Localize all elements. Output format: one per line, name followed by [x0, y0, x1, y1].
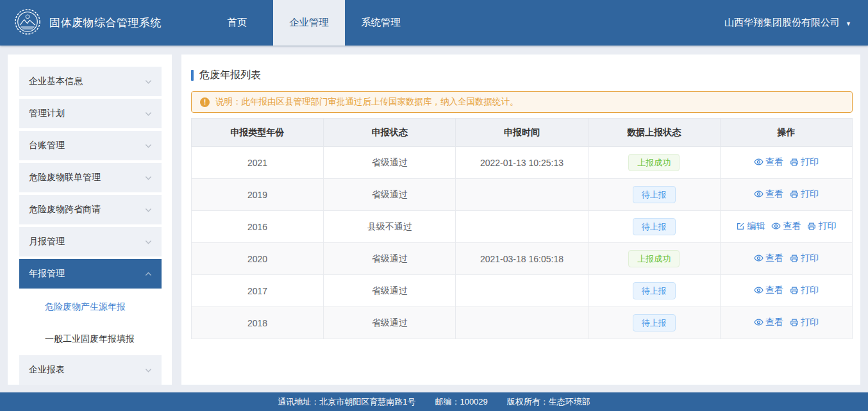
action-eye[interactable]: 查看	[754, 253, 783, 264]
action-label: 查看	[765, 156, 783, 168]
action-edit[interactable]: 编辑	[736, 221, 765, 232]
sidebar-item-1[interactable]: 管理计划	[19, 99, 162, 128]
notice-banner: ! 说明：此年报由区县管理部门审批通过后上传国家数据库，纳入全国数据统计。	[191, 91, 853, 113]
cell-upload-status: 上报成功	[588, 147, 720, 179]
column-header: 申报时间	[456, 119, 588, 147]
action-eye[interactable]: 查看	[754, 285, 783, 296]
nav-tab-0[interactable]: 首页	[201, 0, 273, 46]
cell-actions: 查看打印	[720, 179, 852, 211]
cell-status: 省级通过	[324, 275, 456, 307]
annual-report-table: 申报类型年份申报状态申报时间数据上报状态操作 2021省级通过2022-01-1…	[191, 118, 853, 339]
cell-upload-status: 上报成功	[588, 243, 720, 275]
nav-tab-2[interactable]: 系统管理	[345, 0, 417, 46]
upload-status-badge: 上报成功	[628, 250, 680, 267]
action-label: 查看	[783, 221, 801, 232]
sidebar-item-label: 月报管理	[29, 236, 65, 247]
info-icon: !	[200, 97, 210, 107]
eye-icon	[754, 157, 764, 167]
cell-upload-status: 待上报	[588, 307, 720, 339]
sidebar-subitem-6-0[interactable]: 危险废物产生源年报	[19, 291, 162, 323]
brand: 固体废物综合管理系统	[0, 0, 162, 46]
nav-tab-1[interactable]: 企业管理	[273, 0, 345, 46]
chevron-down-icon	[144, 206, 153, 214]
action-label: 打印	[801, 189, 819, 200]
cell-year: 2020	[192, 243, 324, 275]
sidebar-item-5[interactable]: 月报管理	[19, 227, 162, 256]
action-printer[interactable]: 打印	[790, 189, 819, 200]
page-title-row: 危废年报列表	[191, 69, 853, 82]
action-label: 打印	[801, 253, 819, 264]
cell-status: 县级不通过	[324, 211, 456, 243]
sidebar-item-label: 年报管理	[29, 268, 65, 280]
cell-year: 2016	[192, 211, 324, 243]
eye-icon	[754, 317, 764, 327]
printer-icon	[790, 286, 799, 295]
action-eye[interactable]: 查看	[754, 317, 783, 328]
action-printer[interactable]: 打印	[807, 221, 836, 232]
action-eye[interactable]: 查看	[771, 221, 801, 232]
sidebar-item-label: 台账管理	[29, 140, 65, 151]
chevron-down-icon	[144, 366, 153, 374]
printer-icon	[790, 190, 799, 199]
action-printer[interactable]: 打印	[790, 317, 819, 328]
footer-copyright: 版权所有：生态环境部	[507, 396, 590, 408]
sidebar-item-6[interactable]: 年报管理	[19, 259, 162, 289]
table-row: 2016县级不通过待上报编辑查看打印	[192, 211, 853, 243]
action-label: 打印	[801, 156, 819, 168]
upload-status-badge[interactable]: 待上报	[633, 186, 676, 203]
edit-icon	[736, 222, 745, 231]
cell-status: 省级通过	[324, 147, 456, 179]
sidebar-item-label: 企业基本信息	[29, 76, 83, 87]
action-label: 查看	[765, 317, 783, 328]
company-dropdown[interactable]: 山西华翔集团股份有限公司 ▼	[724, 0, 868, 46]
printer-icon	[807, 222, 816, 231]
column-header: 申报状态	[324, 119, 456, 147]
column-header: 操作	[720, 119, 852, 147]
sidebar-item-4[interactable]: 危险废物跨省商请	[19, 195, 162, 224]
chevron-down-icon: ▼	[846, 21, 851, 27]
upload-status-badge[interactable]: 待上报	[633, 282, 676, 299]
sidebar-item-2[interactable]: 台账管理	[19, 131, 162, 160]
printer-icon	[790, 158, 799, 167]
cell-year: 2019	[192, 179, 324, 211]
printer-icon	[790, 254, 799, 263]
sidebar-item-label: 企业报表	[29, 364, 65, 376]
sidebar-item-7[interactable]: 企业报表	[19, 355, 162, 385]
action-label: 打印	[801, 285, 819, 296]
cell-time	[456, 307, 588, 339]
action-label: 编辑	[747, 221, 765, 232]
action-printer[interactable]: 打印	[790, 253, 819, 264]
page-title: 危废年报列表	[199, 69, 261, 82]
cell-upload-status: 待上报	[588, 211, 720, 243]
sidebar-item-label: 管理计划	[29, 108, 65, 119]
chevron-down-icon	[144, 238, 153, 246]
sidebar-subitem-6-1[interactable]: 一般工业固废年报填报	[19, 323, 162, 355]
action-eye[interactable]: 查看	[754, 189, 783, 200]
eye-icon	[754, 285, 764, 295]
upload-status-badge[interactable]: 待上报	[633, 218, 676, 235]
page-footer: 通讯地址：北京市朝阳区育慧南路1号 邮编：100029 版权所有：生态环境部	[0, 392, 868, 411]
company-name: 山西华翔集团股份有限公司	[724, 17, 840, 29]
upload-status-badge[interactable]: 待上报	[633, 314, 676, 331]
action-printer[interactable]: 打印	[790, 285, 819, 296]
sidebar-item-3[interactable]: 危险废物联单管理	[19, 163, 162, 192]
cell-status: 省级通过	[324, 307, 456, 339]
top-navbar: 固体废物综合管理系统 首页企业管理系统管理 山西华翔集团股份有限公司 ▼	[0, 0, 868, 46]
sidebar-item-0[interactable]: 企业基本信息	[19, 67, 162, 96]
cell-status: 省级通过	[324, 243, 456, 275]
cell-time: 2021-03-18 16:05:18	[456, 243, 588, 275]
action-eye[interactable]: 查看	[754, 156, 783, 168]
action-label: 打印	[801, 317, 819, 328]
eye-icon	[754, 189, 764, 199]
footer-address: 通讯地址：北京市朝阳区育慧南路1号	[278, 396, 415, 408]
cell-time	[456, 275, 588, 307]
cell-year: 2018	[192, 307, 324, 339]
nav-spacer	[417, 0, 724, 46]
cell-actions: 查看打印	[720, 147, 852, 179]
table-header-row: 申报类型年份申报状态申报时间数据上报状态操作	[192, 119, 853, 147]
action-printer[interactable]: 打印	[790, 156, 819, 168]
eye-icon	[754, 253, 764, 263]
cell-year: 2017	[192, 275, 324, 307]
cell-year: 2021	[192, 147, 324, 179]
upload-status-badge: 上报成功	[628, 154, 680, 171]
